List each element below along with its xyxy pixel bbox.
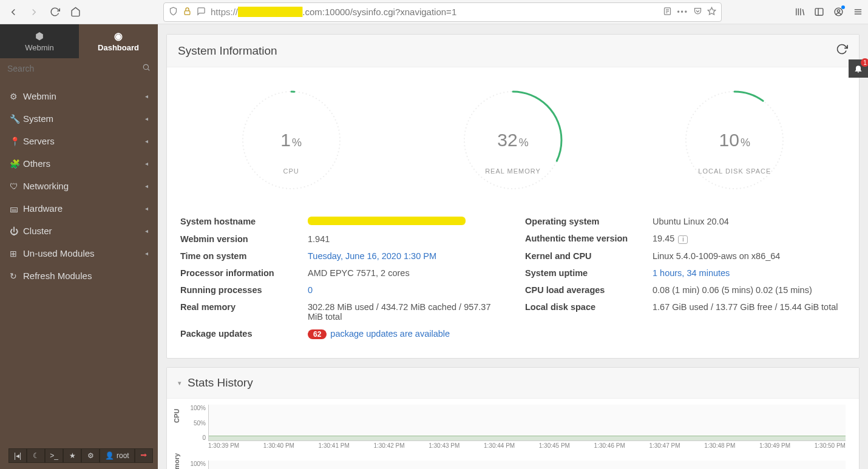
realmem-label: Real memory (180, 302, 308, 322)
os-label: Operating system (525, 217, 653, 226)
y-ticks: 100%50%0 (186, 405, 206, 441)
tab-label: Webmin (25, 43, 53, 52)
uptime-label: System uptime (525, 268, 653, 278)
theme-value: 19.45i (653, 234, 846, 244)
gauge-real-memory: 32%REAL MEMORY (443, 86, 583, 195)
menu-item-icon: 🔧 (10, 114, 23, 124)
updates-link[interactable]: package updates are available (330, 329, 450, 339)
menu-item-label: Hardware (23, 203, 145, 214)
gauge-local-disk-space: 10%LOCAL DISK SPACE (665, 86, 804, 195)
processes-label: Running processes (180, 285, 308, 295)
user-icon: 👤 (105, 451, 114, 460)
panel-header[interactable]: ▾ Stats History (167, 368, 859, 399)
chevron-left-icon: ◂ (145, 138, 148, 144)
search-icon[interactable] (142, 63, 151, 74)
gauge-cpu: 1%CPU (222, 86, 361, 195)
refresh-icon[interactable] (836, 43, 848, 58)
home-button[interactable] (67, 4, 84, 21)
tab-label: Dashboard (98, 43, 139, 52)
svg-marker-5 (708, 7, 716, 15)
logout-icon[interactable]: ⮕ (135, 448, 153, 463)
stats-chart-memory: Memory100%50%0 (173, 461, 846, 469)
favorite-icon[interactable]: ★ (63, 448, 81, 463)
sidebar-item-refresh-modules[interactable]: ↻Refresh Modules (0, 265, 158, 287)
menu-item-icon: 🖴 (10, 204, 23, 214)
load-value: 0.08 (1 min) 0.06 (5 mins) 0.02 (15 mins… (653, 285, 846, 295)
webmin-version-label: Webmin version (180, 234, 308, 244)
user-label: root (117, 451, 129, 460)
time-value: Tuesday, June 16, 2020 1:30 PM (308, 251, 501, 261)
chevron-left-icon: ◂ (145, 250, 148, 257)
sidebar-item-webmin[interactable]: ⚙Webmin◂ (0, 85, 158, 107)
browser-right-icons (794, 7, 863, 18)
theme-label: Authentic theme version (525, 234, 653, 244)
sidebar-item-others[interactable]: 🧩Others◂ (0, 152, 158, 175)
collapse-icon[interactable]: |◂| (8, 448, 27, 463)
svg-point-13 (837, 10, 839, 12)
user-button[interactable]: 👤root (100, 448, 135, 463)
settings-icon[interactable]: ⚙ (81, 448, 100, 463)
back-button[interactable] (5, 4, 22, 21)
uptime-link[interactable]: 1 hours, 34 minutes (653, 268, 730, 278)
sidebar-item-cluster[interactable]: ⏻Cluster◂ (0, 220, 158, 242)
menu-icon[interactable] (852, 7, 863, 18)
menu-item-icon: ⊞ (10, 249, 23, 258)
sidebar-item-hardware[interactable]: 🖴Hardware◂ (0, 197, 158, 220)
processes-link[interactable]: 0 (308, 285, 313, 295)
system-info-panel: System Information 1%CPU32%REAL MEMORY10… (166, 34, 860, 359)
chevron-left-icon: ◂ (145, 228, 148, 234)
profile-icon[interactable] (833, 7, 844, 18)
sidebar-item-system[interactable]: 🔧System◂ (0, 107, 158, 130)
time-label: Time on system (180, 251, 308, 261)
x-ticks: 1:30:39 PM1:30:40 PM1:30:41 PM1:30:42 PM… (208, 442, 846, 449)
y-axis-label: CPU (173, 409, 180, 423)
chevron-left-icon: ◂ (145, 160, 148, 167)
collapse-icon: ▾ (178, 379, 181, 387)
hostname-value (308, 217, 501, 227)
svg-point-17 (143, 64, 148, 69)
forward-button[interactable] (25, 4, 42, 21)
sidebar-icon[interactable] (813, 7, 824, 18)
y-ticks: 100%50%0 (186, 461, 206, 469)
kernel-label: Kernel and CPU (525, 251, 653, 261)
realmem-value: 302.28 MiB used / 434.72 MiB cached / 95… (308, 302, 501, 322)
disk-label: Local disk space (525, 302, 653, 312)
terminal-icon[interactable]: >_ (45, 448, 63, 463)
chevron-left-icon: ◂ (145, 93, 148, 100)
stats-body: CPU100%50%01:30:39 PM1:30:40 PM1:30:41 P… (167, 399, 859, 469)
notification-tab[interactable]: 1 (849, 59, 868, 78)
menu-item-label: Un-used Modules (23, 248, 145, 258)
sidebar-item-servers[interactable]: 📍Servers◂ (0, 130, 158, 152)
info-col-left: System hostname Webmin version1.941 Time… (180, 213, 501, 342)
sidebar-item-networking[interactable]: 🛡Networking◂ (0, 175, 158, 197)
content-area: 1 System Information 1%CPU32%REAL MEMORY… (158, 24, 868, 469)
url-bar[interactable]: https://██████████.com:10000/sysinfo.cgi… (163, 2, 722, 22)
pocket-icon[interactable] (693, 7, 702, 18)
menu-item-label: Others (23, 158, 145, 169)
uptime-value: 1 hours, 34 minutes (653, 268, 846, 278)
tab-dashboard[interactable]: ◉ Dashboard (79, 24, 158, 58)
menu-item-icon: 🧩 (10, 159, 23, 169)
chevron-left-icon: ◂ (145, 205, 148, 212)
reload-button[interactable] (46, 4, 63, 21)
tab-webmin[interactable]: ⬢ Webmin (0, 24, 79, 58)
panel-title: Stats History (188, 376, 848, 390)
menu-item-icon: 🛡 (10, 181, 23, 191)
notification-badge: 1 (861, 58, 868, 67)
info-icon[interactable]: i (678, 235, 688, 244)
plot-area (208, 405, 846, 441)
reader-mode-icon[interactable] (663, 7, 672, 18)
sidebar-item-un-used-modules[interactable]: ⊞Un-used Modules◂ (0, 242, 158, 265)
time-link[interactable]: Tuesday, June 16, 2020 1:30 PM (308, 251, 436, 261)
library-icon[interactable] (794, 7, 805, 18)
search-input[interactable] (7, 64, 138, 73)
svg-rect-0 (185, 10, 190, 14)
webmin-version-value: 1.941 (308, 234, 501, 244)
page-actions-icon[interactable]: ••• (677, 8, 688, 16)
gauges-row: 1%CPU32%REAL MEMORY10%LOCAL DISK SPACE (180, 86, 846, 195)
panel-title: System Information (178, 44, 836, 58)
svg-line-18 (147, 69, 149, 70)
bookmark-star-icon[interactable] (707, 7, 716, 18)
night-mode-icon[interactable]: ☾ (27, 448, 45, 463)
disk-value: 1.67 GiB used / 13.77 GiB free / 15.44 G… (653, 302, 846, 312)
